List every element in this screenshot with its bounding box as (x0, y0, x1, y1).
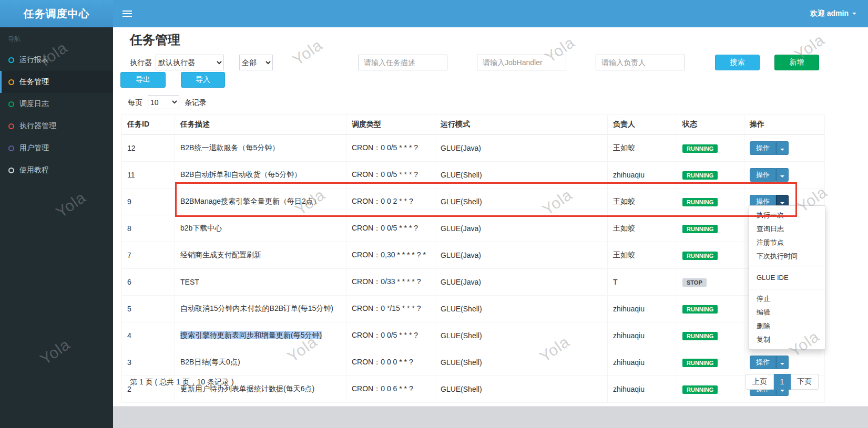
action-button-group: 操作 (750, 356, 789, 369)
next-page-button[interactable]: 下页 (791, 374, 819, 390)
dropdown-item[interactable]: 下次执行时间 (749, 249, 825, 263)
job-handler-input[interactable] (477, 55, 566, 70)
cell-owner: 王如蛟 (608, 189, 677, 215)
job-table-wrap: 任务ID任务描述调度类型运行模式负责人状态操作 12 B2B统一退款服务（每5分… (121, 114, 824, 403)
table-row: 3 B2B日结(每天0点) CRON：0 0 0 * * ? GLUE(Shel… (122, 349, 825, 376)
page-size-select[interactable]: 10 (148, 95, 179, 109)
cell-schedule-type: CRON：0 */15 * * * ? (346, 296, 435, 322)
cell-actions: 操作 (744, 134, 825, 162)
sidebar-item-label: 运行报表 (19, 55, 49, 65)
cell-owner: zhihuaqiu (608, 162, 677, 189)
cell-schedule-type: CRON：0 0 0 * * ? (346, 349, 435, 376)
action-caret-button[interactable] (776, 356, 789, 369)
add-button[interactable]: 新增 (774, 55, 819, 70)
cell-job-id: 9 (122, 189, 175, 215)
dropdown-item[interactable]: 复制 (749, 333, 825, 347)
nav-section-label: 导航 (0, 27, 113, 49)
status-badge: RUNNING (682, 225, 718, 233)
status-select[interactable]: 全部 (239, 55, 273, 70)
caret-down-icon (780, 202, 784, 204)
circle-icon (8, 145, 14, 151)
dropdown-item[interactable]: 删除 (749, 319, 825, 333)
caret-down-icon (780, 175, 784, 178)
cell-run-mode: GLUE(Java) (435, 242, 608, 269)
sidebar-item-用户管理[interactable]: 用户管理 (0, 137, 113, 159)
sidebar-item-执行器管理[interactable]: 执行器管理 (0, 115, 113, 137)
status-badge: RUNNING (682, 332, 718, 340)
cell-run-mode: GLUE(Java) (435, 215, 608, 242)
sidebar-item-调度日志[interactable]: 调度日志 (0, 93, 113, 115)
circle-icon (8, 79, 14, 85)
caret-down-icon (780, 363, 784, 365)
cell-status: RUNNING (677, 376, 744, 403)
sidebar-item-label: 执行器管理 (19, 121, 56, 131)
cell-job-id: 3 (122, 349, 175, 376)
cell-job-id: 11 (122, 162, 175, 189)
cell-run-mode: GLUE(Java) (435, 134, 608, 162)
cell-run-mode: GLUE(Shell) (435, 162, 608, 189)
cell-actions: 操作 (744, 162, 825, 189)
circle-icon (8, 123, 14, 129)
sidebar-item-运行报表[interactable]: 运行报表 (0, 49, 113, 71)
sidebar-toggle-button[interactable] (120, 7, 141, 20)
action-caret-button[interactable] (776, 168, 789, 182)
dropdown-item[interactable]: 注册节点 (749, 236, 825, 249)
table-row: 6 TEST CRON：0/33 * * * * ? GLUE(Java) T … (122, 269, 825, 296)
cell-actions: 操作 (744, 349, 825, 376)
cell-run-mode: GLUE(Shell) (435, 296, 608, 322)
hamburger-icon (122, 11, 132, 12)
cell-run-mode: GLUE(Shell) (435, 322, 608, 349)
status-badge: STOP (682, 278, 707, 287)
cell-schedule-type: CRON：0 0 6 * * ? (346, 376, 435, 403)
action-caret-button[interactable] (776, 141, 789, 155)
cell-owner: 王如蛟 (608, 134, 677, 162)
table-row: 11 B2B自动拆单和自动收货（每5分钟） CRON：0 0/5 * * * ?… (122, 162, 825, 189)
cell-status: RUNNING (677, 349, 744, 376)
pagination: 上页 1 下页 (746, 374, 819, 390)
cell-status: RUNNING (677, 134, 744, 162)
cell-job-desc: TEST (175, 269, 346, 296)
action-dropdown: 执行一次查询日志注册节点下次执行时间GLUE IDE停止编辑删除复制 (749, 205, 825, 350)
action-button[interactable]: 操作 (750, 356, 776, 369)
import-button[interactable]: 导入 (181, 72, 225, 88)
cell-owner: zhihuaqiu (608, 322, 677, 349)
action-button[interactable]: 操作 (750, 168, 776, 182)
cell-job-desc: B2B统一退款服务（每5分钟） (175, 134, 346, 162)
action-button[interactable]: 操作 (750, 141, 776, 155)
table-row: 8 b2b下载中心 CRON：0 0/5 * * * ? GLUE(Java) … (122, 215, 825, 242)
owner-input[interactable] (596, 55, 685, 70)
user-menu[interactable]: 欢迎 admin (806, 0, 861, 27)
column-header: 任务描述 (175, 115, 346, 135)
search-button[interactable]: 搜索 (715, 55, 760, 70)
page-size-prefix: 每页 (128, 95, 142, 110)
job-table-body: 12 B2B统一退款服务（每5分钟） CRON：0 0/5 * * * ? GL… (122, 134, 825, 403)
cell-status: RUNNING (677, 322, 744, 349)
dropdown-item[interactable]: 编辑 (749, 306, 825, 319)
cell-status: RUNNING (677, 296, 744, 322)
export-button[interactable]: 导出 (120, 72, 166, 88)
executor-select[interactable]: 默认执行器 (156, 55, 224, 70)
cell-job-id: 7 (122, 242, 175, 269)
dropdown-item[interactable]: 停止 (749, 292, 825, 306)
topbar: 欢迎 admin (113, 0, 868, 27)
cell-owner: 王如蛟 (608, 215, 677, 242)
status-badge: RUNNING (682, 305, 718, 314)
current-page-button[interactable]: 1 (774, 374, 791, 390)
sidebar-item-label: 用户管理 (19, 143, 49, 153)
sidebar-item-使用教程[interactable]: 使用教程 (0, 159, 113, 181)
sidebar-item-label: 调度日志 (19, 99, 49, 109)
sidebar-item-label: 使用教程 (19, 165, 49, 175)
prev-page-button[interactable]: 上页 (746, 374, 774, 390)
table-row: 9 B2BManage搜索引擎全量更新（每日2点） CRON：0 0 2 * *… (122, 189, 825, 215)
cell-schedule-type: CRON：0 0 2 * * ? (346, 189, 435, 215)
job-desc-input[interactable] (358, 55, 447, 70)
dropdown-item[interactable]: 执行一次 (749, 208, 825, 222)
cell-status: RUNNING (677, 215, 744, 242)
status-badge: RUNNING (682, 252, 718, 260)
cell-job-id: 12 (122, 134, 175, 162)
sidebar-item-任务管理[interactable]: 任务管理 (0, 71, 113, 93)
dropdown-item[interactable]: GLUE IDE (749, 269, 825, 286)
cell-owner: zhihuaqiu (608, 376, 677, 403)
dropdown-item[interactable]: 查询日志 (749, 222, 825, 236)
pagination-summary: 第 1 页 ( 总共 1 页，10 条记录 ) (130, 374, 234, 390)
